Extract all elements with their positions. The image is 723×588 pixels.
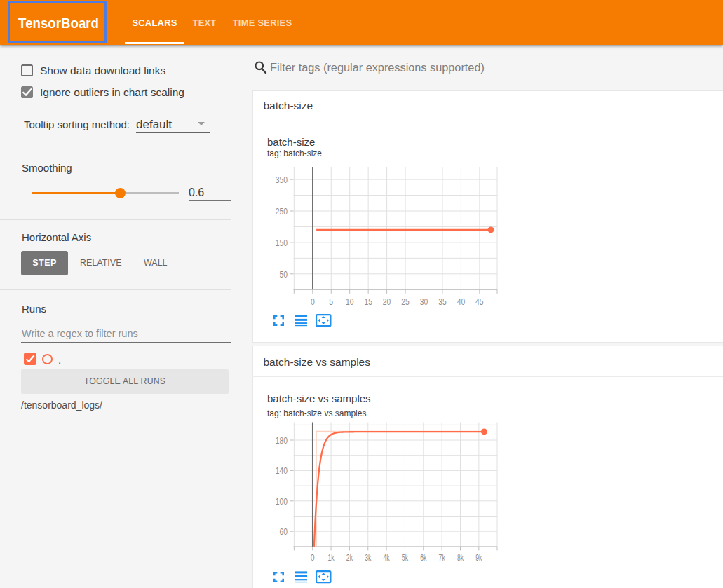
- svg-text:5: 5: [329, 296, 333, 307]
- svg-text:4k: 4k: [384, 552, 390, 563]
- svg-text:8k: 8k: [457, 552, 464, 563]
- svg-text:45: 45: [475, 296, 484, 307]
- svg-text:140: 140: [276, 465, 288, 476]
- svg-text:9k: 9k: [475, 552, 482, 563]
- svg-text:6k: 6k: [420, 552, 426, 563]
- svg-text:7k: 7k: [439, 552, 445, 563]
- svg-text:30: 30: [420, 296, 428, 307]
- svg-text:350: 350: [276, 175, 288, 185]
- svg-text:180: 180: [276, 435, 288, 446]
- svg-text:10: 10: [346, 296, 354, 307]
- svg-text:5k: 5k: [402, 552, 408, 563]
- svg-text:3k: 3k: [365, 552, 371, 563]
- svg-text:2k: 2k: [346, 552, 353, 563]
- svg-text:150: 150: [276, 238, 288, 248]
- svg-text:35: 35: [438, 296, 447, 307]
- svg-text:0: 0: [311, 296, 315, 307]
- svg-text:100: 100: [276, 496, 288, 507]
- svg-text:60: 60: [280, 526, 288, 537]
- svg-text:0: 0: [311, 552, 315, 563]
- svg-text:25: 25: [401, 296, 410, 307]
- svg-text:250: 250: [276, 206, 288, 217]
- svg-text:50: 50: [280, 269, 288, 280]
- svg-text:20: 20: [383, 296, 391, 307]
- svg-text:40: 40: [457, 296, 466, 307]
- svg-text:15: 15: [364, 296, 372, 307]
- svg-text:1k: 1k: [327, 552, 334, 563]
